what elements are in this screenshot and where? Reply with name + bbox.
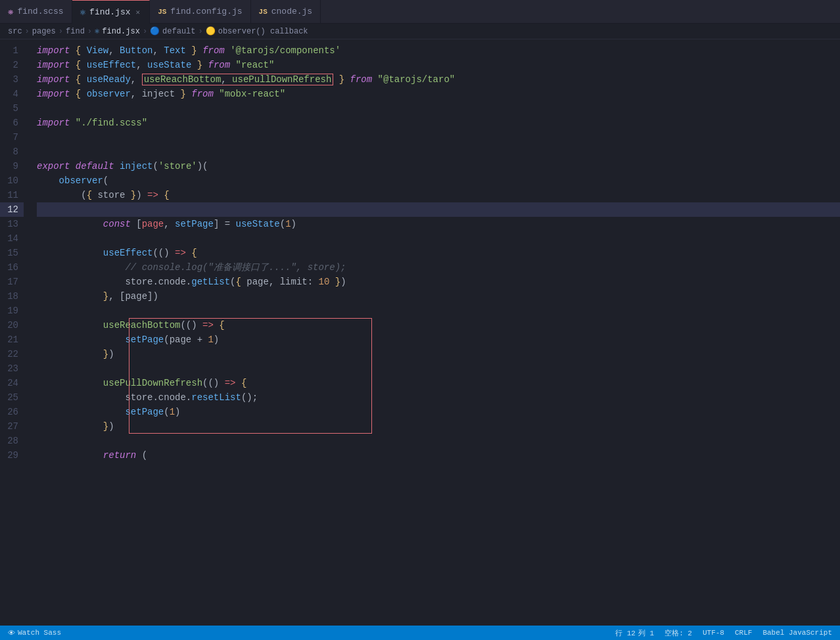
ln-17: 17	[0, 275, 24, 289]
code-line-4: import { observer, inject } from "mobx-r…	[37, 87, 840, 101]
breadcrumb-callback: observer() callback	[218, 27, 308, 36]
breadcrumb-bracket1: 🔵	[150, 26, 160, 36]
code-line-7	[37, 130, 840, 145]
code-wrapper: import { View, Button, Text } from '@tar…	[32, 39, 840, 624]
code-line-2: import { useEffect, useState } from "rea…	[37, 58, 840, 72]
status-bar: 👁 Watch Sass 行 12 列 1 空格: 2 UTF-8 CRLF B…	[0, 626, 840, 640]
code-line-17: store.cnode.getList({ page, limit: 10 })	[37, 275, 840, 289]
watch-sass-label: Watch Sass	[18, 629, 61, 637]
breadcrumb-find: find	[66, 27, 85, 36]
tab-label-find-config-js: find.config.js	[170, 7, 242, 16]
ln-26: 26	[0, 405, 24, 419]
watch-sass-icon: 👁	[8, 629, 15, 637]
ln-11: 11	[0, 188, 24, 202]
code-area[interactable]: import { View, Button, Text } from '@tar…	[32, 39, 840, 467]
breadcrumb-pages: pages	[32, 27, 56, 36]
breadcrumb: src › pages › find › ⚛ find.jsx › 🔵 defa…	[0, 24, 840, 39]
code-line-24: usePullDownRefresh(() => {	[37, 376, 840, 390]
language-label: Babel JavaScript	[762, 629, 832, 637]
code-line-1: import { View, Button, Text } from '@tar…	[37, 43, 840, 58]
tab-cnode-js[interactable]: JS cnode.js	[251, 0, 321, 24]
tab-find-jsx[interactable]: ⚛ find.jsx ✕	[72, 0, 150, 24]
code-line-12	[37, 202, 840, 217]
breadcrumb-callback-icon: 🟡	[206, 26, 216, 36]
ln-24: 24	[0, 376, 24, 390]
encoding-label: UTF-8	[703, 629, 724, 637]
ln-16: 16	[0, 260, 24, 275]
code-line-25: store.cnode.resetList();	[37, 390, 840, 405]
ln-6: 6	[0, 116, 24, 130]
breadcrumb-src: src	[8, 27, 22, 36]
code-line-29: return (	[37, 448, 840, 463]
breadcrumb-default: default	[162, 27, 195, 36]
ln-4: 4	[0, 87, 24, 101]
ln-1: 1	[0, 43, 24, 58]
code-line-22: })	[37, 347, 840, 361]
ln-5: 5	[0, 101, 24, 116]
spaces-status: 空格: 2	[665, 628, 692, 638]
inline-box-line3: useReachBottom, usePullDownRefresh	[142, 74, 334, 85]
ln-29: 29	[0, 448, 24, 463]
code-line-16: // console.log("准备调接口了....", store);	[37, 260, 840, 275]
code-line-11: ({ store }) => {	[37, 188, 840, 202]
code-line-20: useReachBottom(() => {	[37, 318, 840, 332]
line-numbers: 1 2 3 4 5 6 7 8 9 10 11 12 13 14 15 16 1…	[0, 39, 32, 624]
code-line-3: import { useReady, useReachBottom, usePu…	[37, 72, 840, 87]
code-line-18: }, [page])	[37, 289, 840, 304]
line-ending-status: CRLF	[735, 628, 752, 638]
tab-label-find-jsx: find.jsx	[89, 7, 130, 17]
code-line-14	[37, 231, 840, 246]
breadcrumb-sep2: ›	[58, 27, 63, 36]
jsx-icon: ⚛	[80, 7, 85, 18]
breadcrumb-sep5: ›	[198, 27, 203, 36]
breadcrumb-sep1: ›	[25, 27, 30, 36]
code-line-8	[37, 145, 840, 159]
ln-13: 13	[0, 217, 24, 231]
code-line-13: const [page, setPage] = useState(1)	[37, 217, 840, 231]
code-line-26: setPage(1)	[37, 405, 840, 419]
ln-7: 7	[0, 130, 24, 145]
language-status: Babel JavaScript	[762, 628, 832, 638]
code-line-15: useEffect(() => {	[37, 246, 840, 260]
tab-find-scss[interactable]: ❋ find.scss	[0, 0, 72, 24]
breadcrumb-sep4: ›	[143, 27, 147, 36]
code-line-5	[37, 101, 840, 116]
ln-28: 28	[0, 434, 24, 448]
scss-icon: ❋	[8, 6, 13, 17]
ln-14: 14	[0, 231, 24, 246]
breadcrumb-jsx-icon: ⚛	[95, 26, 99, 36]
code-line-21: setPage(page + 1)	[37, 332, 840, 347]
tab-find-config-js[interactable]: JS find.config.js	[150, 0, 250, 24]
col-label: 列 1	[638, 628, 654, 638]
breadcrumb-sep3: ›	[87, 27, 92, 36]
code-line-19	[37, 304, 840, 318]
line-col-status: 行 12 列 1	[615, 628, 654, 638]
ln-19: 19	[0, 304, 24, 318]
ln-9: 9	[0, 159, 24, 173]
tab-bar: ❋ find.scss ⚛ find.jsx ✕ JS find.config.…	[0, 0, 840, 24]
code-line-10: observer(	[37, 173, 840, 188]
ln-27: 27	[0, 419, 24, 434]
breadcrumb-file: find.jsx	[102, 27, 140, 36]
ln-23: 23	[0, 361, 24, 376]
ln-18: 18	[0, 289, 24, 304]
code-line-6: import "./find.scss"	[37, 116, 840, 130]
js-icon-cnode: JS	[259, 8, 268, 16]
status-right: 行 12 列 1 空格: 2 UTF-8 CRLF Babel JavaScri…	[615, 628, 832, 638]
ln-15: 15	[0, 246, 24, 260]
ln-22: 22	[0, 347, 24, 361]
ln-20: 20	[0, 318, 24, 332]
code-line-27: })	[37, 419, 840, 434]
editor: 1 2 3 4 5 6 7 8 9 10 11 12 13 14 15 16 1…	[0, 39, 840, 624]
close-icon[interactable]: ✕	[135, 7, 142, 17]
encoding-status: UTF-8	[703, 628, 724, 638]
js-icon-config: JS	[158, 8, 166, 16]
code-line-9: export default inject('store')(	[37, 159, 840, 173]
line-ending-label: CRLF	[735, 629, 752, 637]
ln-2: 2	[0, 58, 24, 72]
ln-21: 21	[0, 332, 24, 347]
line-label: 行 12	[615, 628, 636, 638]
code-line-28	[37, 434, 840, 448]
ln-8: 8	[0, 145, 24, 159]
watch-sass-status: 👁 Watch Sass	[8, 629, 61, 637]
